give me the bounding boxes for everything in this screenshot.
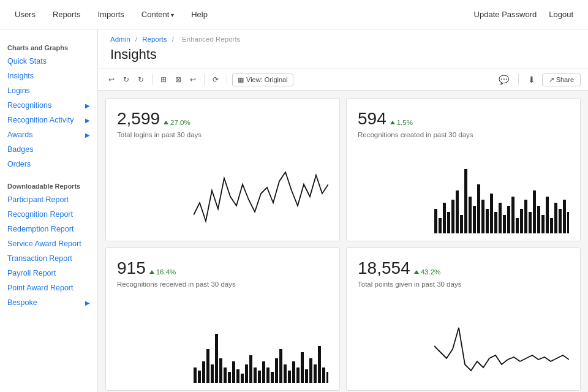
svg-rect-39 (224, 368, 227, 383)
sidebar-item-awards[interactable]: Awards▶ (0, 127, 97, 142)
sidebar-item-service-award-report[interactable]: Service Award Report (0, 236, 97, 251)
nav-update-password[interactable]: Update Password (474, 7, 537, 21)
sidebar-item-badges[interactable]: Badges (0, 142, 97, 157)
up-arrow-icon (414, 270, 419, 274)
pause-button[interactable]: ⊠ (172, 74, 184, 86)
redo-button[interactable]: ↻ (120, 74, 132, 86)
svg-rect-50 (271, 372, 274, 383)
sidebar-item-payroll-report[interactable]: Payroll Report (0, 266, 97, 281)
nav-logout[interactable]: Logout (549, 7, 573, 21)
chart-card-recognitions-created: 594 1.5% Recognitions created in past 30… (346, 98, 581, 241)
view-original-button[interactable]: ▦ View: Original (232, 74, 293, 86)
svg-rect-24 (537, 206, 540, 233)
breadcrumb-sep2: / (172, 36, 174, 43)
nav-help[interactable]: Help (191, 7, 208, 21)
download-button[interactable]: ⬇ (525, 73, 538, 86)
sidebar-item-transaction-report[interactable]: Transaction Report (0, 251, 97, 266)
arrow-icon: ▶ (85, 117, 90, 124)
bar-chart-recognitions-received (194, 315, 328, 383)
sidebar-item-bespoke[interactable]: Bespoke▶ (0, 295, 97, 310)
toolbar-separator (152, 74, 153, 85)
svg-rect-37 (215, 334, 218, 383)
sidebar-item-recognitions[interactable]: Recognitions▶ (0, 98, 97, 113)
back-button[interactable]: ↩ (187, 74, 199, 86)
sidebar-item-orders[interactable]: Orders (0, 157, 97, 172)
sidebar-item-recognition-activity[interactable]: Recognition Activity▶ (0, 113, 97, 127)
nav-links-left: Users Reports Imports Content Help (15, 7, 208, 21)
svg-rect-53 (284, 364, 287, 383)
svg-rect-10 (477, 184, 480, 233)
svg-rect-3 (447, 212, 450, 233)
line-chart-logins (194, 166, 328, 233)
svg-rect-27 (550, 218, 553, 233)
arrow-icon: ▶ (85, 132, 90, 138)
svg-rect-0 (434, 209, 437, 233)
metric-change-recognitions-received: 16.4% (149, 268, 176, 276)
sidebar-item-recognition-report[interactable]: Recognition Report (0, 207, 97, 222)
svg-rect-2 (443, 203, 446, 233)
metric-row-2: 594 1.5% (358, 110, 569, 129)
metric-label-logins: Total logins in past 30 days (117, 131, 328, 138)
svg-rect-8 (469, 197, 472, 233)
svg-rect-43 (241, 374, 244, 383)
main-layout: Charts and Graphs Quick Stats Insights L… (0, 29, 588, 392)
reload-button[interactable]: ⟳ (209, 74, 222, 86)
breadcrumb-reports[interactable]: Reports (142, 36, 167, 43)
undo-button[interactable]: ↩ (105, 74, 118, 86)
sidebar-item-point-award-report[interactable]: Point Award Report (0, 281, 97, 295)
nav-reports[interactable]: Reports (53, 7, 81, 21)
sidebar: Charts and Graphs Quick Stats Insights L… (0, 29, 98, 392)
redo2-button[interactable]: ↻ (135, 74, 147, 86)
svg-rect-13 (490, 194, 493, 233)
svg-rect-52 (279, 349, 282, 383)
svg-rect-19 (516, 218, 519, 233)
sidebar-item-insights[interactable]: Insights (0, 69, 97, 83)
tableau-toolbar: ↩ ↻ ↻ ⊞ ⊠ ↩ ⟳ ▦ View: Original 💬 ⬇ ↗ Sha… (98, 69, 588, 91)
sidebar-item-redemption-report[interactable]: Redemption Report (0, 222, 97, 236)
metric-change-pct-logins: 27.0% (170, 119, 190, 126)
chart-area-logins (117, 141, 328, 233)
metric-label-recognitions-received: Recognitions received in past 30 days (117, 281, 328, 288)
nav-links-right: Update Password Logout (474, 7, 573, 21)
breadcrumb: Admin / Reports / Enhanced Reports (110, 36, 576, 43)
chart-area-points (358, 290, 569, 383)
toolbar-separator3 (227, 74, 227, 85)
breadcrumb-admin[interactable]: Admin (110, 36, 130, 43)
refresh-button[interactable]: ⊞ (157, 74, 170, 86)
up-arrow-icon (390, 121, 395, 124)
nav-imports[interactable]: Imports (97, 7, 124, 21)
share-button[interactable]: ↗ Share (542, 74, 581, 86)
chart-card-points: 18,554 43.2% Total points given in past … (346, 247, 581, 391)
svg-rect-54 (288, 371, 291, 383)
svg-rect-40 (228, 372, 231, 383)
metric-change-logins: 27.0% (164, 119, 190, 126)
metric-label-points: Total points given in past 30 days (358, 281, 569, 288)
nav-users[interactable]: Users (15, 7, 36, 21)
line-chart-points (434, 315, 569, 383)
metric-value-recognitions-created: 594 (358, 110, 386, 129)
sidebar-item-quick-stats[interactable]: Quick Stats (0, 54, 97, 69)
metric-row-1: 2,599 27.0% (117, 110, 328, 129)
nav-content[interactable]: Content (141, 7, 174, 21)
svg-rect-16 (503, 215, 506, 233)
svg-rect-6 (460, 215, 463, 233)
breadcrumb-current: Enhanced Reports (182, 36, 240, 43)
sidebar-item-participant-report[interactable]: Participant Report (0, 192, 97, 207)
svg-rect-56 (296, 368, 300, 383)
comment-button[interactable]: 💬 (496, 73, 512, 86)
toolbar-separator4 (518, 74, 519, 85)
svg-rect-15 (499, 203, 502, 233)
svg-rect-44 (245, 364, 248, 383)
view-icon: ▦ (238, 76, 244, 84)
svg-rect-28 (554, 203, 557, 233)
svg-rect-48 (262, 361, 265, 383)
svg-rect-55 (292, 361, 295, 383)
sidebar-item-logins[interactable]: Logins (0, 83, 97, 98)
up-arrow-icon (164, 121, 168, 124)
breadcrumb-sep1: / (135, 36, 137, 43)
metric-value-points: 18,554 (358, 259, 410, 278)
metric-change-pct-points: 43.2% (421, 268, 441, 276)
svg-rect-5 (456, 190, 459, 233)
metric-value-logins: 2,599 (117, 110, 160, 129)
svg-rect-45 (249, 355, 252, 383)
